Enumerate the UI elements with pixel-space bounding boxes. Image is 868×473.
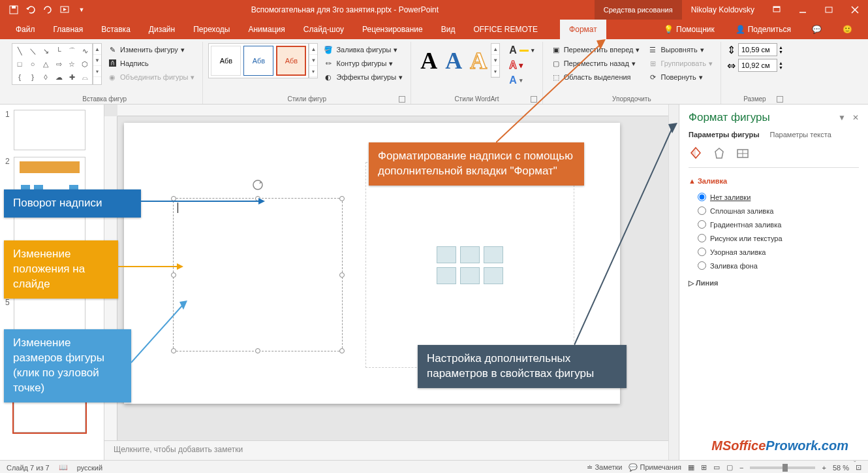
reading-view-icon[interactable]: ▭ — [713, 463, 720, 472]
tab-view[interactable]: Вид — [432, 20, 465, 39]
fill-pattern-radio[interactable]: Узорная заливка — [689, 245, 859, 259]
height-input[interactable] — [738, 43, 777, 56]
height-down[interactable]: ▼ — [779, 50, 783, 54]
tab-office-remote[interactable]: OFFICE REMOTE — [464, 20, 547, 39]
shape-arrow-icon[interactable]: ⇨ — [53, 58, 65, 70]
fill-line-icon[interactable] — [689, 146, 703, 161]
shape-line2-icon[interactable]: ＼ — [27, 45, 39, 57]
size-launcher[interactable] — [777, 96, 783, 103]
pane-options-icon[interactable]: ▼ — [838, 113, 846, 122]
line-section-header[interactable]: ▷ Линия — [689, 279, 859, 287]
align-button[interactable]: ☰Выровнять ▾ — [645, 43, 715, 56]
width-down[interactable]: ▼ — [779, 65, 783, 70]
language-indicator[interactable]: русский — [77, 464, 102, 472]
rotate-button[interactable]: ⟳Повернуть ▾ — [645, 71, 715, 84]
style-item-1[interactable]: Абв — [211, 46, 241, 76]
send-backward-button[interactable]: ▢Переместить назад ▾ — [548, 57, 643, 70]
tab-smiley-icon[interactable]: 🙂 — [833, 20, 861, 39]
redo-icon[interactable] — [40, 3, 55, 17]
handle-ml[interactable] — [171, 272, 176, 278]
tab-slideshow[interactable]: Слайд-шоу — [294, 20, 353, 39]
shape-hex-icon[interactable]: ⬡ — [79, 58, 91, 70]
minimize-icon[interactable] — [790, 0, 816, 20]
start-slideshow-icon[interactable] — [57, 3, 72, 17]
fill-none-radio[interactable]: Нет заливки — [689, 190, 859, 204]
style-item-3[interactable]: Абв — [276, 46, 306, 76]
tab-review[interactable]: Рецензирование — [353, 20, 432, 39]
undo-icon[interactable] — [23, 3, 38, 17]
notes-pane[interactable]: Щелкните, чтобы добавить заметки — [104, 440, 668, 460]
zoom-level[interactable]: 58 % — [833, 464, 849, 472]
sorter-view-icon[interactable]: ⊞ — [701, 463, 707, 472]
handle-bl[interactable] — [171, 348, 176, 353]
fill-gradient-radio[interactable]: Градиентная заливка — [689, 218, 859, 231]
wordart-item-1[interactable]: А — [420, 47, 437, 74]
text-box-button[interactable]: 🅰Надпись — [104, 57, 197, 70]
shape-star-icon[interactable]: ☆ — [66, 58, 78, 70]
shape-oval-icon[interactable]: ○ — [27, 58, 39, 70]
slide-indicator[interactable]: Слайд 7 из 7 — [7, 464, 50, 472]
wordart-item-2[interactable]: А — [445, 47, 462, 74]
shape-connector-icon[interactable]: ↘ — [40, 45, 52, 57]
bring-forward-button[interactable]: ▣Переместить вперед ▾ — [548, 43, 643, 56]
width-input[interactable] — [738, 59, 777, 72]
handle-br[interactable] — [339, 348, 345, 353]
selected-textbox[interactable] — [173, 198, 343, 351]
wordart-launcher[interactable] — [531, 96, 537, 103]
tab-comments-icon[interactable]: 💬 — [803, 20, 831, 39]
shape-styles-gallery[interactable]: Абв Абв Абв — [208, 43, 309, 78]
tab-share[interactable]: 👤Поделиться — [726, 20, 800, 39]
shape-freeform-icon[interactable]: ∿ — [79, 45, 91, 57]
handle-tr[interactable] — [339, 196, 345, 201]
width-up[interactable]: ▲ — [779, 61, 783, 65]
insert-smartart-icon[interactable] — [484, 246, 503, 263]
wordart-item-3[interactable]: А — [470, 47, 487, 74]
handle-bm[interactable] — [255, 348, 260, 353]
shape-styles-launcher[interactable] — [399, 96, 405, 103]
maximize-icon[interactable] — [816, 0, 842, 20]
shape-triangle-icon[interactable]: △ — [40, 58, 52, 70]
style-item-2[interactable]: Абв — [243, 46, 273, 76]
wordart-gallery-nav[interactable]: ▲▼▾ — [491, 43, 500, 78]
pane-close-icon[interactable]: ✕ — [852, 113, 859, 122]
selection-pane-button[interactable]: ⬚Область выделения — [548, 71, 643, 84]
spellcheck-icon[interactable]: 📖 — [59, 463, 68, 472]
text-fill-button[interactable]: A ▾ — [506, 43, 537, 57]
shape-callout-icon[interactable]: ◊ — [40, 71, 52, 83]
slide-thumb-1[interactable]: 1 — [5, 110, 99, 150]
notes-toggle[interactable]: ≐ Заметки — [587, 463, 622, 472]
content-placeholder[interactable] — [365, 162, 574, 368]
shape-cloud-icon[interactable]: ☁ — [53, 71, 65, 83]
fill-picture-radio[interactable]: Рисунок или текстура — [689, 231, 859, 245]
shape-brace2-icon[interactable]: } — [27, 71, 39, 83]
height-up[interactable]: ▲ — [779, 45, 783, 50]
tab-transitions[interactable]: Переходы — [184, 20, 239, 39]
text-outline-button[interactable]: A ▾ — [506, 58, 537, 73]
insert-table-icon[interactable] — [437, 246, 456, 263]
shape-outline-button[interactable]: ✏Контур фигуры ▾ — [320, 57, 405, 70]
tab-animations[interactable]: Анимация — [239, 20, 294, 39]
handle-tl[interactable] — [171, 196, 176, 201]
handle-tm[interactable] — [255, 196, 260, 201]
rotation-handle[interactable] — [252, 179, 264, 191]
fill-solid-radio[interactable]: Сплошная заливка — [689, 204, 859, 218]
save-icon[interactable] — [7, 3, 21, 17]
insert-video-icon[interactable] — [484, 267, 503, 284]
tab-file[interactable]: Файл — [7, 20, 44, 39]
shapes-gallery-nav[interactable]: ▲▼▾ — [93, 43, 102, 85]
effects-tab-icon[interactable] — [712, 146, 726, 161]
shape-line-icon[interactable]: ╲ — [14, 45, 25, 57]
fill-section-header[interactable]: ▲ Заливка — [689, 177, 859, 185]
shape-elbow-icon[interactable]: └ — [53, 45, 65, 57]
shapes-gallery[interactable]: ╲ ＼ ↘ └ ⌒ ∿ □ ○ △ ⇨ ☆ ⬡ { } ◊ ☁ ✚ — [12, 43, 93, 85]
collapse-ribbon-icon[interactable]: ˇ — [854, 460, 864, 470]
qat-dropdown-icon[interactable]: ▼ — [74, 3, 89, 17]
shape-fill-button[interactable]: 🪣Заливка фигуры ▾ — [320, 43, 405, 56]
shape-rect-icon[interactable]: □ — [14, 58, 25, 70]
vertical-scrollbar[interactable] — [668, 105, 679, 460]
tab-insert[interactable]: Вставка — [92, 20, 140, 39]
normal-view-icon[interactable]: ▦ — [688, 463, 694, 472]
zoom-slider[interactable] — [750, 466, 815, 469]
shape-brace-icon[interactable]: { — [14, 71, 25, 83]
tab-helper[interactable]: 💡Помощник — [655, 20, 724, 39]
